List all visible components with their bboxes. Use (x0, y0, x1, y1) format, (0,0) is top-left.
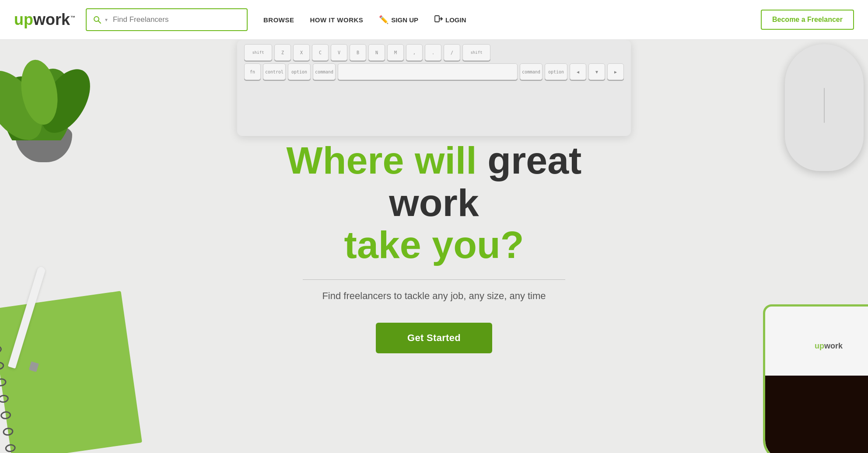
hero-content: Where will great work take you? Find fre… (237, 139, 631, 353)
logo[interactable]: upwork™ (14, 12, 75, 28)
nav-signup[interactable]: ✏️ SIGN UP (379, 15, 418, 24)
logo-work: work (33, 10, 70, 28)
main-nav: BROWSE HOW IT WORKS ✏️ SIGN UP LOGIN (263, 14, 749, 25)
hero-divider (303, 279, 565, 280)
keyboard-decoration: shift Z X C V B N M , . / shift fn contr… (237, 40, 631, 136)
coffee-cup-decoration: upwork (746, 287, 868, 453)
search-bar[interactable]: ▼ (86, 8, 248, 31)
get-started-button[interactable]: Get Started (376, 323, 492, 353)
nav-login[interactable]: LOGIN (434, 14, 466, 25)
hero-section: shift Z X C V B N M , . / shift fn contr… (0, 40, 868, 453)
plant-decoration (0, 40, 109, 162)
logo-tm: ™ (70, 15, 75, 20)
svg-line-1 (98, 21, 101, 24)
become-freelancer-button[interactable]: Become a Freelancer (761, 10, 854, 30)
login-label: LOGIN (445, 16, 466, 24)
signup-label: SIGN UP (391, 16, 418, 24)
hero-subtext: Find freelancers to tackle any job, any … (255, 290, 613, 302)
headline-green2: take you? (344, 223, 524, 266)
search-icon (93, 15, 102, 24)
site-header: upwork™ ▼ BROWSE HOW IT WORKS ✏️ SIGN UP (0, 0, 868, 40)
search-input[interactable] (113, 15, 241, 24)
nav-how-it-works[interactable]: HOW IT WORKS (310, 16, 364, 24)
nav-browse[interactable]: BROWSE (263, 16, 294, 24)
notebook-decoration (0, 277, 147, 453)
search-dropdown-icon[interactable]: ▼ (104, 17, 108, 22)
headline-green1: Where will (287, 139, 477, 182)
svg-rect-2 (435, 16, 439, 22)
mouse-decoration (785, 44, 868, 184)
hero-headline: Where will great work take you? (255, 139, 613, 266)
pencil-icon: ✏️ (379, 15, 388, 24)
logo-up: up (14, 10, 33, 28)
login-icon (434, 14, 443, 25)
